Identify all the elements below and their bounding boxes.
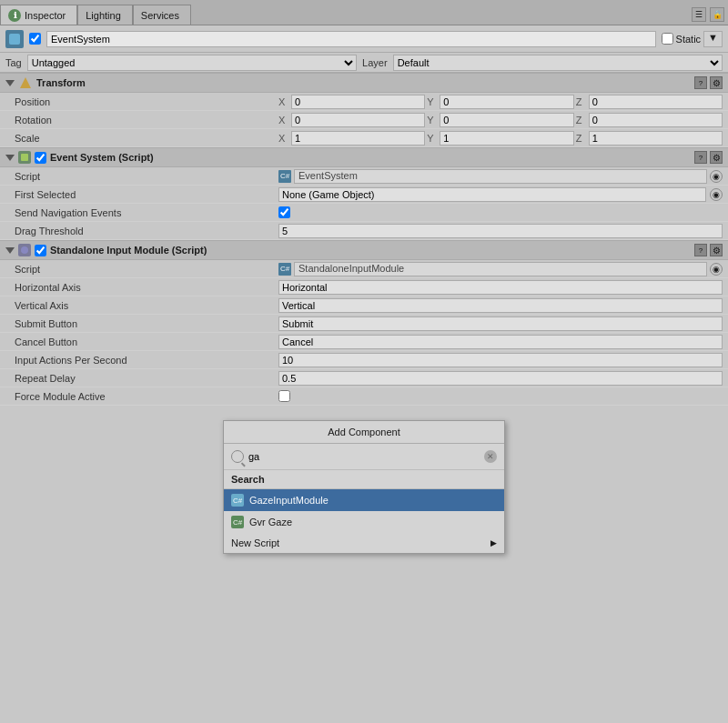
position-z-input[interactable] (589, 95, 723, 109)
svg-point-3 (21, 246, 28, 254)
standalone-gear-button[interactable]: ⚙ (710, 244, 723, 256)
tag-layer-row: Tag Untagged Layer Default (0, 53, 728, 73)
transform-section-header: Transform ? ⚙ (0, 73, 728, 93)
tag-label: Tag (5, 57, 22, 68)
tag-select[interactable]: Untagged (27, 55, 357, 71)
standalone-script-select-btn[interactable]: ◉ (710, 263, 723, 276)
ry-label: Y (427, 115, 438, 126)
transform-actions: ? ⚙ (694, 76, 723, 89)
object-name-input[interactable] (46, 31, 656, 47)
first-selected-row: First Selected ◉ (0, 186, 728, 204)
object-active-checkbox[interactable] (29, 33, 41, 45)
sz-label: Z (576, 133, 587, 144)
result-item-new-script[interactable]: New Script ▶ (224, 533, 504, 553)
force-module-label: Force Module Active (5, 391, 278, 402)
search-row: ✕ (224, 444, 504, 470)
submit-input[interactable] (278, 316, 723, 331)
scale-y-input[interactable] (440, 131, 573, 146)
event-system-script-select-btn[interactable]: ◉ (710, 170, 723, 183)
tab-inspector-label: Inspector (25, 10, 66, 21)
static-dropdown[interactable]: ▼ (703, 31, 723, 47)
standalone-script-icon: C# (278, 263, 291, 276)
event-system-book-button[interactable]: ? (694, 151, 707, 164)
position-label: Position (5, 96, 278, 107)
event-system-script-row: Script C# EventSystem ◉ (0, 167, 728, 186)
cancel-input[interactable] (278, 335, 723, 349)
force-module-checkbox[interactable] (278, 390, 290, 402)
tab-lighting[interactable]: Lighting (77, 5, 133, 25)
static-checkbox[interactable] (662, 33, 673, 45)
event-system-script-value: C# EventSystem ◉ (278, 169, 723, 184)
send-nav-checkbox[interactable] (278, 206, 290, 218)
standalone-script-field: StandaloneInputModule (294, 262, 707, 276)
standalone-enabled-checkbox[interactable] (35, 245, 46, 256)
y-label: Y (427, 96, 438, 107)
transform-gear-button[interactable]: ⚙ (710, 76, 723, 89)
result-item-gaze-input-module[interactable]: C# GazeInputModule (224, 489, 504, 511)
object-active-checkbox-wrap[interactable] (29, 33, 41, 45)
event-system-collapse-arrow[interactable] (5, 155, 15, 161)
rotation-x-input[interactable] (291, 113, 425, 127)
transform-collapse-arrow[interactable] (5, 80, 15, 86)
first-selected-select-btn[interactable]: ◉ (710, 188, 723, 201)
svg-rect-2 (21, 154, 28, 161)
standalone-title: Standalone Input Module (Script) (50, 245, 691, 256)
result-item-gvr-gaze[interactable]: C# Gvr Gaze (224, 511, 504, 533)
rx-label: X (278, 115, 289, 126)
svg-rect-0 (9, 34, 20, 45)
event-system-actions: ? ⚙ (694, 151, 723, 164)
tab-services[interactable]: Services (133, 5, 191, 25)
layer-select[interactable]: Default (393, 55, 723, 71)
search-input[interactable] (248, 448, 480, 465)
standalone-book-button[interactable]: ? (694, 244, 707, 256)
tab-inspector[interactable]: ℹ Inspector (0, 5, 77, 25)
event-system-gear-button[interactable]: ⚙ (710, 151, 723, 164)
event-system-title: Event System (Script) (50, 152, 691, 163)
repeat-delay-row: Repeat Delay (0, 369, 728, 387)
transform-book-button[interactable]: ? (694, 76, 707, 89)
standalone-content: Script C# StandaloneInputModule ◉ Horizo… (0, 260, 728, 406)
event-system-script-label: Script (5, 171, 278, 182)
position-coords: X Y Z (278, 95, 723, 109)
sy-label: Y (427, 133, 438, 144)
repeat-delay-label: Repeat Delay (5, 373, 278, 384)
search-clear-button[interactable]: ✕ (484, 450, 497, 463)
gaze-input-module-label: GazeInputModule (249, 495, 497, 506)
submit-row: Submit Button (0, 315, 728, 333)
first-selected-label: First Selected (5, 189, 278, 200)
scale-z-input[interactable] (589, 131, 723, 146)
gvr-gaze-icon: C# (231, 516, 244, 528)
send-nav-label: Send Navigation Events (5, 207, 278, 218)
force-module-row: Force Module Active (0, 387, 728, 406)
standalone-collapse-arrow[interactable] (5, 247, 15, 254)
rotation-z-input[interactable] (589, 113, 723, 127)
v-axis-row: Vertical Axis (0, 296, 728, 315)
scale-row: Scale X Y Z (0, 129, 728, 147)
static-label: Static (676, 34, 702, 45)
rotation-y-input[interactable] (440, 113, 573, 127)
tab-menu-button[interactable]: ☰ (692, 7, 706, 22)
position-y-input[interactable] (440, 95, 573, 109)
scale-x-input[interactable] (291, 131, 425, 146)
input-actions-row: Input Actions Per Second (0, 351, 728, 369)
position-x-input[interactable] (291, 95, 425, 109)
new-script-arrow: ▶ (490, 538, 497, 547)
rotation-label: Rotation (5, 115, 278, 126)
input-actions-input[interactable] (278, 353, 723, 367)
first-selected-input[interactable] (278, 187, 706, 202)
h-axis-input[interactable] (278, 280, 723, 295)
rz-label: Z (576, 115, 587, 126)
v-axis-input[interactable] (278, 298, 723, 313)
repeat-delay-value (278, 371, 723, 386)
tab-lock-button[interactable]: 🔒 (710, 7, 724, 22)
h-axis-row: Horizontal Axis (0, 278, 728, 296)
tab-bar: ℹ Inspector Lighting Services ☰ 🔒 (0, 0, 728, 25)
repeat-delay-input[interactable] (278, 371, 723, 386)
inspector-icon: ℹ (8, 9, 21, 22)
event-system-enabled-checkbox[interactable] (35, 152, 46, 164)
search-icon (231, 450, 244, 463)
drag-threshold-input[interactable] (278, 224, 723, 238)
tab-lighting-label: Lighting (86, 10, 121, 21)
cancel-value (278, 335, 723, 349)
layer-label: Layer (362, 57, 388, 68)
